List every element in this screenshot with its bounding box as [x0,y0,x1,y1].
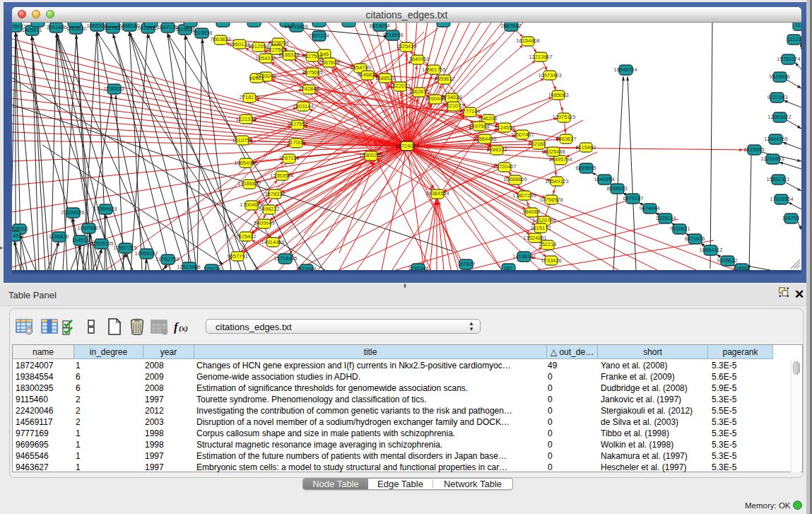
svg-text:17957225: 17957225 [113,245,136,251]
svg-text:7955812: 7955812 [434,76,454,82]
svg-text:112: 112 [795,23,801,28]
svg-text:8454749: 8454749 [350,64,370,71]
svg-text:3124554: 3124554 [494,124,514,131]
svg-text:16154808: 16154808 [516,37,539,44]
svg-text:2718170: 2718170 [239,94,259,100]
svg-text:16961755: 16961755 [422,66,445,73]
svg-text:6734028: 6734028 [441,94,461,100]
svg-text:12923468: 12923468 [177,264,200,270]
svg-text:10210693: 10210693 [760,156,784,162]
svg-text:1054332: 1054332 [255,55,276,62]
svg-text:16648784: 16648784 [613,66,637,73]
svg-text:3875685: 3875685 [302,69,322,76]
svg-text:1325419: 1325419 [396,43,416,49]
svg-text:62160: 62160 [531,141,546,147]
svg-text:1733426: 1733426 [541,257,561,264]
svg-text:8215955: 8215955 [743,146,764,153]
svg-text:17359928: 17359928 [93,206,117,212]
svg-text:12093822: 12093822 [767,114,791,120]
svg-text:12444155: 12444155 [764,136,787,142]
svg-text:8960124: 8960124 [229,41,249,47]
svg-text:7485063: 7485063 [548,92,568,98]
svg-text:21564436: 21564436 [473,136,496,142]
svg-text:10025438: 10025438 [541,148,565,155]
svg-text:1405571: 1405571 [21,27,42,33]
svg-text:10975887: 10975887 [77,225,100,231]
svg-text:1292346: 1292346 [408,265,428,270]
svg-text:6497508: 6497508 [469,123,489,129]
svg-text:20206526: 20206526 [61,209,84,216]
svg-text:114513: 114513 [72,237,89,243]
svg-text:1571648: 1571648 [295,266,316,270]
svg-text:2887682: 2887682 [500,23,521,29]
svg-text:2935114: 2935114 [656,215,676,221]
svg-text:98961: 98961 [249,75,264,81]
svg-text:1763530: 1763530 [66,25,86,32]
svg-text:14136141: 14136141 [512,253,536,259]
svg-text:167827: 167827 [457,261,475,267]
svg-text:10654112: 10654112 [700,247,723,253]
svg-text:10688609: 10688609 [503,176,526,182]
svg-text:1221338: 1221338 [235,116,256,122]
svg-text:10756928: 10756928 [539,197,563,203]
svg-text:2226058: 2226058 [268,40,288,46]
svg-text:13524851: 13524851 [523,235,546,241]
svg-text:7625402: 7625402 [235,233,256,240]
svg-text:10507487: 10507487 [510,132,534,138]
svg-text:9115460: 9115460 [576,144,596,151]
svg-text:9329996: 9329996 [769,74,789,80]
svg-text:1610755: 1610755 [232,137,252,144]
svg-text:546: 546 [320,51,329,57]
svg-text:8938923: 8938923 [606,185,627,192]
svg-text:9777169: 9777169 [459,108,480,115]
svg-text:16782759: 16782759 [155,256,179,262]
svg-text:9227343: 9227343 [767,94,787,100]
svg-text:7663822: 7663822 [210,36,230,42]
svg-text:116753: 116753 [782,215,799,221]
svg-text:15692311: 15692311 [767,176,790,182]
svg-text:1640954: 1640954 [594,176,614,182]
svg-text:16549123: 16549123 [545,178,568,185]
svg-text:924561: 924561 [732,265,750,270]
svg-text:6879197: 6879197 [623,195,643,201]
svg-text:1156829: 1156829 [49,233,69,240]
svg-text:6466160: 6466160 [119,23,139,29]
svg-text:15716485: 15716485 [273,255,297,262]
svg-text:8471626: 8471626 [684,235,705,242]
svg-text:2803144: 2803144 [293,103,313,110]
svg-text:10958117: 10958117 [135,250,158,257]
svg-text:984067: 984067 [522,209,540,215]
svg-text:7357224: 7357224 [308,33,329,39]
svg-text:1071915: 1071915 [137,25,158,31]
svg-text:3267110: 3267110 [279,155,300,161]
svg-text:11123: 11123 [787,36,801,42]
svg-text:15751074: 15751074 [777,56,800,62]
svg-text:9463627: 9463627 [555,136,576,142]
svg-text:1730533: 1730533 [103,86,124,92]
svg-text:7515536: 7515536 [192,30,212,36]
svg-text:9218506: 9218506 [382,32,403,38]
svg-text:6899695: 6899695 [575,165,596,171]
svg-text:17016504: 17016504 [770,196,793,202]
svg-text:19166827: 19166827 [237,180,261,187]
svg-text:7632621: 7632621 [669,226,690,232]
svg-text:9245612: 9245612 [717,257,737,264]
svg-text:12975115: 12975115 [553,114,576,120]
svg-text:13807299: 13807299 [512,192,536,199]
svg-text:1588520: 1588520 [375,75,395,81]
svg-text:16033809: 16033809 [284,23,307,30]
svg-text:15300253: 15300253 [359,152,382,158]
svg-text:10973493: 10973493 [538,72,561,78]
svg-text:18724007: 18724007 [395,143,418,149]
svg-text:9474444: 9474444 [639,205,659,211]
svg-text:117004: 117004 [288,139,305,146]
svg-text:3578332: 3578332 [264,191,285,197]
svg-text:8813054: 8813054 [369,23,389,29]
svg-text:2691406: 2691406 [46,24,66,30]
svg-text:167: 167 [504,265,513,270]
svg-text:12213967: 12213967 [529,54,552,60]
svg-text:12505135: 12505135 [90,240,113,247]
svg-text:1362615: 1362615 [408,88,429,95]
svg-text:746206: 746206 [479,115,497,122]
svg-text:9914511: 9914511 [12,233,24,239]
